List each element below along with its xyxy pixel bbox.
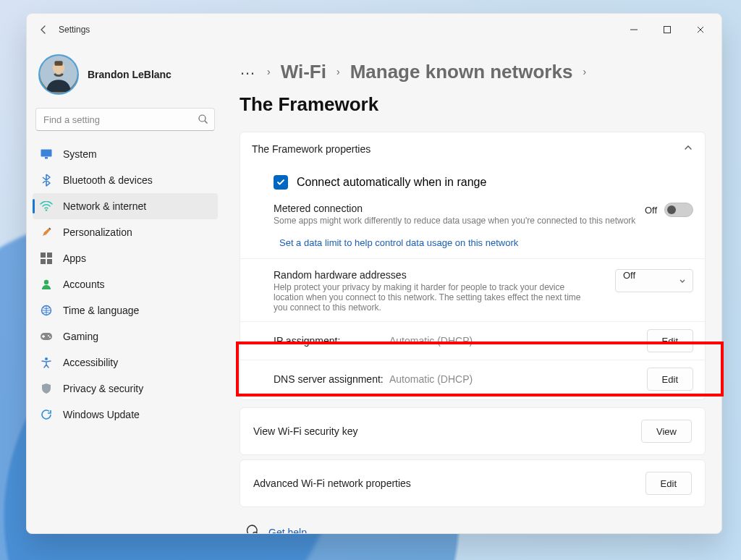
back-arrow-icon: [38, 24, 49, 35]
breadcrumb-current: The Framework: [240, 93, 378, 116]
autoconnect-row[interactable]: Connect automatically when in range: [240, 165, 705, 198]
get-help-label: Get help: [268, 527, 307, 533]
sidebar-item-label: Windows Update: [63, 409, 140, 420]
random-sub: Help protect your privacy by making it h…: [274, 282, 585, 313]
check-icon: [276, 178, 285, 187]
system-icon: [40, 149, 53, 159]
sidebar-item-time[interactable]: Time & language: [33, 297, 218, 323]
svg-rect-3: [54, 61, 62, 66]
svg-rect-11: [47, 259, 52, 264]
view-key-button[interactable]: View: [641, 420, 692, 443]
sidebar-item-system[interactable]: System: [33, 141, 218, 167]
ip-row: IP assignment: Automatic (DHCP) Edit: [240, 322, 705, 360]
accessibility-icon: [40, 357, 53, 368]
maximize-icon: [663, 25, 672, 34]
breadcrumb-manage[interactable]: Manage known networks: [350, 61, 573, 83]
app-title: Settings: [59, 25, 90, 35]
close-button[interactable]: [684, 14, 717, 46]
random-title: Random hardware addresses: [274, 269, 585, 281]
bluetooth-icon: [40, 174, 53, 187]
svg-rect-5: [41, 150, 52, 157]
toggle-switch[interactable]: [664, 203, 693, 217]
sidebar-item-label: Bluetooth & devices: [63, 174, 153, 186]
sidebar-item-accounts[interactable]: Accounts: [33, 271, 218, 297]
sidebar-item-label: Privacy & security: [63, 383, 143, 394]
sidebar-item-personalization[interactable]: Personalization: [33, 219, 218, 245]
card-title: The Framework properties: [252, 143, 370, 155]
help-icon: [245, 525, 258, 533]
titlebar: Settings: [27, 14, 721, 46]
autoconnect-label: Connect automatically when in range: [297, 176, 486, 189]
sidebar-item-apps[interactable]: Apps: [33, 245, 218, 271]
update-icon: [40, 409, 53, 420]
search-box[interactable]: [35, 108, 215, 131]
random-value: Off: [623, 270, 635, 281]
svg-rect-9: [47, 253, 52, 258]
ip-label: IP assignment:: [274, 335, 389, 347]
close-icon: [696, 25, 705, 34]
breadcrumb-overflow[interactable]: …: [240, 60, 257, 83]
metered-toggle[interactable]: Off: [645, 203, 693, 217]
breadcrumb-wifi[interactable]: Wi-Fi: [281, 61, 326, 83]
ip-edit-button[interactable]: Edit: [647, 329, 693, 352]
sidebar-item-bluetooth[interactable]: Bluetooth & devices: [33, 167, 218, 193]
apps-icon: [40, 253, 53, 264]
profile[interactable]: Brandon LeBlanc: [33, 46, 218, 108]
security-key-card: View Wi-Fi security key View: [240, 407, 706, 455]
brush-icon: [40, 226, 53, 238]
dns-value: Automatic (DHCP): [389, 373, 473, 385]
gaming-icon: [40, 332, 53, 341]
properties-card: The Framework properties Connect automat…: [240, 132, 706, 400]
maximize-button[interactable]: [651, 14, 684, 46]
sidebar-item-label: Gaming: [63, 331, 98, 342]
sidebar-item-privacy[interactable]: Privacy & security: [33, 376, 218, 402]
card-header[interactable]: The Framework properties: [240, 132, 705, 165]
security-key-label: View Wi-Fi security key: [253, 425, 357, 437]
svg-rect-10: [41, 259, 46, 264]
svg-point-18: [253, 533, 258, 534]
sidebar-item-label: Personalization: [63, 226, 132, 238]
sidebar-item-accessibility[interactable]: Accessibility: [33, 349, 218, 376]
svg-point-15: [48, 335, 49, 336]
svg-rect-0: [664, 27, 671, 33]
chevron-down-icon: [678, 276, 687, 287]
advanced-label: Advanced Wi-Fi network properties: [253, 478, 411, 489]
breadcrumb: … › Wi-Fi › Manage known networks › The …: [240, 60, 706, 116]
minimize-button[interactable]: [617, 14, 651, 46]
svg-point-17: [45, 357, 48, 360]
sidebar-item-label: Network & internet: [63, 200, 146, 212]
metered-title: Metered connection: [274, 203, 635, 214]
svg-point-7: [46, 209, 48, 211]
advanced-edit-button[interactable]: Edit: [645, 472, 692, 495]
globe-icon: [40, 305, 53, 316]
dns-edit-button[interactable]: Edit: [647, 368, 693, 391]
chevron-right-icon: ›: [583, 66, 586, 77]
dns-row: DNS server assignment: Automatic (DHCP) …: [240, 360, 705, 398]
search-input[interactable]: [35, 108, 215, 131]
sidebar-item-gaming[interactable]: Gaming: [33, 323, 218, 349]
data-limit-link[interactable]: Set a data limit to help control data us…: [240, 230, 705, 258]
sidebar-item-network[interactable]: Network & internet: [33, 193, 218, 219]
dns-label: DNS server assignment:: [274, 373, 389, 385]
chevron-right-icon: ›: [267, 66, 271, 77]
sidebar-item-update[interactable]: Windows Update: [33, 402, 218, 428]
user-name: Brandon LeBlanc: [88, 69, 172, 80]
random-addresses-row: Random hardware addresses Help protect y…: [240, 259, 705, 321]
settings-window: Settings Brandon LeBlanc System: [26, 13, 722, 534]
random-select[interactable]: Off: [615, 269, 693, 292]
sidebar-item-label: System: [63, 148, 97, 160]
svg-point-12: [44, 280, 48, 284]
autoconnect-checkbox[interactable]: [274, 175, 288, 190]
sidebar-item-label: Accounts: [63, 279, 105, 290]
chevron-right-icon: ›: [336, 66, 340, 77]
get-help-row[interactable]: Get help: [240, 512, 706, 533]
shield-icon: [40, 383, 53, 394]
svg-rect-8: [41, 253, 46, 258]
back-button[interactable]: [31, 17, 56, 42]
main-content: … › Wi-Fi › Manage known networks › The …: [224, 46, 721, 533]
avatar: [38, 54, 79, 95]
svg-point-16: [49, 336, 51, 338]
ip-value: Automatic (DHCP): [389, 335, 473, 347]
metered-row: Metered connection Some apps might work …: [240, 198, 705, 230]
chevron-up-icon: [683, 143, 693, 155]
